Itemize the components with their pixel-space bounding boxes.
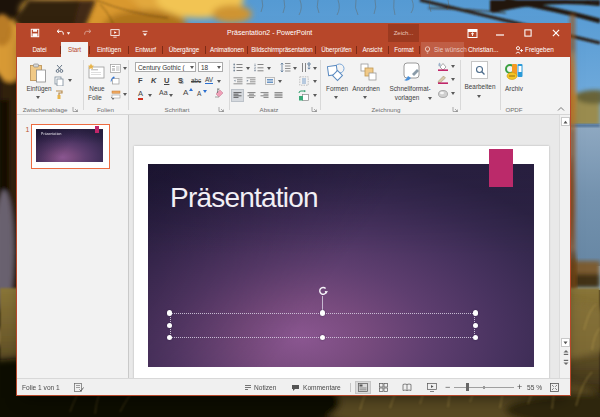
paste-dropdown-icon[interactable]: [36, 96, 40, 99]
slide-title[interactable]: Präsentation: [170, 182, 318, 214]
tab-einfuegen[interactable]: Einfügen: [90, 42, 128, 57]
comments-button[interactable]: Kommentare: [303, 379, 341, 396]
text-vertical-dropdown-icon[interactable]: [313, 80, 317, 83]
change-case-button[interactable]: Aa: [159, 89, 168, 96]
shape-effects-dropdown-icon[interactable]: [451, 92, 455, 95]
copy-icon[interactable]: [54, 76, 64, 86]
slide-layout-icon[interactable]: [110, 64, 121, 73]
paste-icon[interactable]: [28, 63, 48, 84]
character-spacing-button[interactable]: AV: [205, 76, 213, 84]
tab-datei[interactable]: Datei: [22, 42, 57, 57]
grow-font-button[interactable]: A: [183, 88, 188, 97]
notes-button[interactable]: Notizen: [254, 379, 276, 396]
shape-effects-icon[interactable]: [437, 89, 449, 99]
paste-label[interactable]: Einfügen: [21, 85, 57, 92]
new-slide-label-line2[interactable]: Folie: [80, 94, 110, 101]
slide-canvas[interactable]: Präsentation: [134, 146, 550, 377]
editing-button-box[interactable]: [471, 61, 488, 79]
tab-bildschirmpraesentation[interactable]: Bildschirmpräsentation: [248, 42, 316, 57]
tab-start[interactable]: Start: [61, 42, 88, 57]
zoom-level[interactable]: 55 %: [527, 379, 542, 396]
line-spacing-dropdown-icon[interactable]: [293, 67, 297, 70]
bold-button[interactable]: F: [138, 76, 143, 85]
resize-handle-n[interactable]: [320, 310, 325, 315]
spell-check-icon[interactable]: [74, 383, 84, 392]
redo-icon[interactable]: [83, 28, 93, 38]
undo-dropdown-icon[interactable]: [66, 28, 71, 38]
shapes-label[interactable]: Formen: [322, 85, 352, 92]
smartart-dropdown-icon[interactable]: [313, 94, 317, 97]
font-dialog-launcher[interactable]: [218, 106, 225, 113]
smartart-convert-icon[interactable]: [298, 90, 309, 101]
strikethrough-button[interactable]: abc: [191, 77, 201, 84]
close-button[interactable]: [542, 24, 570, 42]
paragraph-dialog-launcher[interactable]: [311, 106, 318, 113]
new-slide-label-line1[interactable]: Neue: [82, 85, 112, 92]
quick-styles-icon[interactable]: [402, 61, 422, 83]
zoom-out-button[interactable]: −: [445, 379, 450, 396]
text-shadow-button[interactable]: S: [178, 76, 183, 85]
archive-icon[interactable]: [505, 62, 523, 81]
quick-styles-label-line2[interactable]: vorlagen: [387, 94, 427, 101]
align-center-icon[interactable]: [247, 92, 256, 99]
drawing-dialog-launcher[interactable]: [452, 106, 459, 113]
font-color-button[interactable]: A: [138, 89, 143, 100]
numbering-dropdown-icon[interactable]: [267, 67, 271, 70]
minimize-button[interactable]: [486, 24, 514, 42]
section-icon[interactable]: [111, 90, 121, 99]
numbering-icon[interactable]: [254, 63, 264, 72]
archive-label[interactable]: Archiv: [503, 85, 525, 92]
collapse-ribbon-icon[interactable]: [557, 106, 565, 112]
italic-button[interactable]: K: [151, 76, 156, 85]
arrange-label[interactable]: Anordnen: [351, 85, 381, 92]
new-slide-icon[interactable]: [87, 63, 105, 83]
tab-animationen[interactable]: Animationen: [206, 42, 248, 57]
change-case-dropdown-icon[interactable]: [169, 94, 173, 97]
align-right-icon[interactable]: [260, 92, 269, 99]
slideshow-view-button[interactable]: [424, 381, 440, 394]
font-size-combo[interactable]: 18: [198, 62, 223, 73]
fit-to-window-icon[interactable]: [550, 383, 559, 392]
text-vertical-icon[interactable]: [299, 76, 309, 86]
underline-button[interactable]: U: [164, 76, 169, 85]
reading-view-button[interactable]: [399, 381, 415, 394]
text-direction-dropdown-icon[interactable]: [313, 67, 317, 70]
quick-styles-label-line1[interactable]: Schnellformat-: [387, 85, 433, 92]
font-family-combo[interactable]: Century Gothic (: [135, 62, 196, 73]
subtitle-placeholder[interactable]: [170, 313, 475, 338]
layout-dropdown-icon[interactable]: [123, 67, 127, 70]
copy-dropdown-icon[interactable]: [68, 79, 72, 82]
shape-fill-icon[interactable]: [437, 62, 449, 71]
tellme-box[interactable]: Sie wünsch: [434, 42, 467, 57]
text-direction-icon[interactable]: [301, 62, 311, 73]
shape-fill-dropdown-icon[interactable]: [451, 65, 455, 68]
shrink-font-button[interactable]: A: [197, 90, 201, 97]
resize-handle-ne[interactable]: [473, 310, 478, 315]
font-color-dropdown-icon[interactable]: [148, 94, 152, 97]
slideshow-icon[interactable]: [110, 28, 120, 38]
resize-handle-e[interactable]: [473, 323, 478, 328]
clear-formatting-icon[interactable]: [214, 88, 224, 98]
ribbon-display-options-button[interactable]: [458, 24, 486, 42]
editing-label[interactable]: Bearbeiten: [461, 83, 499, 90]
arrange-dropdown-icon[interactable]: [363, 96, 367, 99]
account-name[interactable]: Christian...: [468, 42, 499, 57]
tab-entwurf[interactable]: Entwurf: [129, 42, 162, 57]
zoom-in-button[interactable]: +: [517, 379, 522, 396]
line-spacing-icon[interactable]: [280, 62, 291, 73]
scroll-down-button[interactable]: [561, 338, 570, 347]
maximize-button[interactable]: [514, 24, 542, 42]
format-painter-icon[interactable]: [55, 90, 65, 100]
arrange-icon[interactable]: [360, 63, 377, 81]
tab-ueberpruefen[interactable]: Überprüfen: [316, 42, 357, 57]
next-slide-icon[interactable]: [563, 359, 569, 365]
normal-view-button[interactable]: [355, 381, 371, 394]
reset-slide-icon[interactable]: [110, 76, 120, 86]
align-text-dropdown-icon[interactable]: [278, 80, 282, 83]
shapes-dropdown-icon[interactable]: [334, 96, 338, 99]
cut-icon[interactable]: [55, 64, 64, 73]
spacing-dropdown-icon[interactable]: [217, 80, 221, 83]
rotation-handle[interactable]: [318, 286, 328, 296]
customize-qat-icon[interactable]: [140, 28, 150, 38]
decrease-indent-icon[interactable]: [233, 77, 243, 85]
